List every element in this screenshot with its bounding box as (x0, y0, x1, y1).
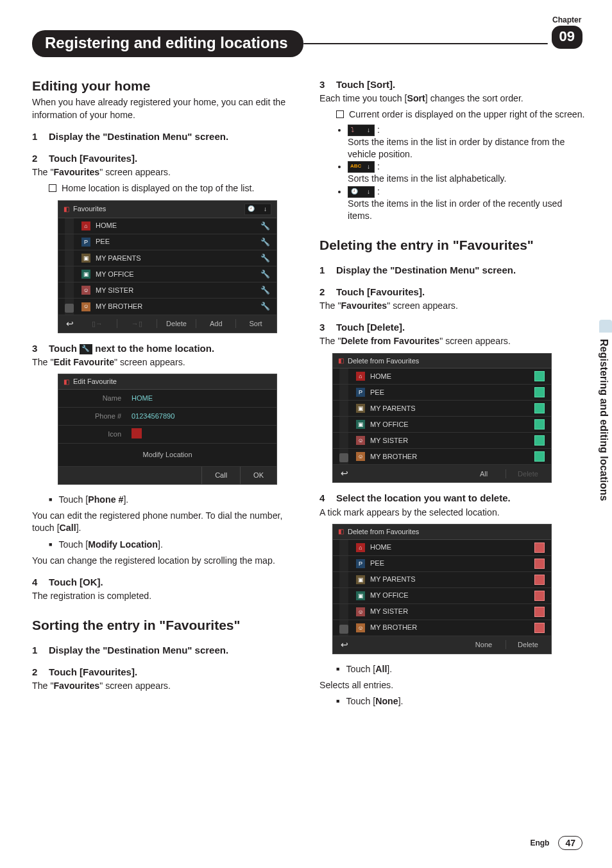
sort-step-3: 3Touch [Sort]. (319, 78, 586, 91)
add-button[interactable]: Add (199, 318, 233, 330)
poi-icon: ▣ (81, 254, 90, 263)
scroll-thumb[interactable] (339, 453, 348, 462)
sort-fav-appears: The "Favourites" screen appears. (32, 680, 299, 692)
wrench-icon[interactable]: 🔧 (260, 221, 270, 231)
scroll-thumb[interactable] (65, 304, 74, 313)
checkbox-icon[interactable] (534, 435, 545, 446)
scroll-thumb[interactable] (339, 625, 348, 634)
home-icon (132, 428, 142, 438)
checkbox-icon[interactable] (534, 607, 545, 617)
checkbox-icon[interactable] (534, 419, 545, 430)
wrench-icon[interactable]: 🔧 (260, 253, 270, 263)
checkbox-icon[interactable] (534, 623, 545, 633)
list-item[interactable]: ▣MY PARENTS (333, 572, 551, 588)
poi-icon: ☺ (356, 607, 365, 616)
all-button[interactable]: All (464, 468, 503, 480)
ok-button[interactable]: OK (240, 467, 276, 484)
field-icon[interactable]: Icon (58, 426, 276, 444)
favourites-appears: The "Favourites" screen appears. (32, 166, 299, 178)
home-icon: ⌂ (81, 221, 90, 230)
back-button[interactable]: ↩ (337, 639, 352, 651)
checkbox-icon[interactable] (534, 542, 545, 553)
screenshot-delete-favourites-1: ◧ Delete from Favourites ⌂HOME PPEE ▣MY … (332, 353, 552, 483)
window-icon: ◧ (64, 378, 69, 386)
phone-desc: You can edit the registered phone number… (32, 510, 299, 534)
sort-option-distance: : Sorts the items in the list in order b… (348, 124, 586, 161)
list-item[interactable]: ☺MY BROTHER (333, 620, 551, 636)
sort-option-abc: : Sorts the items in the list alphabetic… (348, 161, 586, 185)
right-column: 3Touch [Sort]. Each time you touch [Sort… (319, 69, 586, 711)
route-button[interactable]: →▯ (120, 318, 154, 330)
wrench-icon (80, 344, 92, 354)
delete-button[interactable]: Delete (509, 468, 547, 480)
wrench-icon[interactable]: 🔧 (260, 269, 270, 279)
list-item[interactable]: PPEE (333, 385, 551, 401)
checkbox-icon[interactable] (534, 371, 545, 381)
home-icon: ⌂ (356, 543, 365, 552)
back-button[interactable]: ↩ (337, 467, 352, 480)
list-item[interactable]: PPEE🔧 (58, 234, 276, 250)
back-button[interactable]: ↩ (62, 318, 78, 330)
list-item[interactable]: ☺MY SISTER🔧 (58, 282, 276, 299)
del-step-4: 4Select the location you want to delete. (319, 492, 586, 505)
list-item[interactable]: ▣MY PARENTS (333, 401, 551, 417)
delete-button[interactable]: Delete (160, 318, 194, 330)
field-phone[interactable]: Phone #01234567890 (58, 408, 276, 426)
list-item[interactable]: ⌂HOME (333, 540, 551, 556)
checkbox-icon[interactable] (534, 403, 545, 413)
sort-distance-icon (348, 125, 375, 136)
del-fav-appears: The "Favourites" screen appears. (319, 300, 586, 312)
poi-icon: P (356, 388, 365, 397)
poi-icon: ▣ (356, 420, 365, 429)
delete-button[interactable]: Delete (509, 639, 547, 651)
checkbox-icon[interactable] (534, 387, 545, 397)
heading-deleting: Deleting the entry in "Favourites" (319, 236, 586, 254)
checkbox-icon[interactable] (534, 591, 545, 601)
note-home-top: Home location is displayed on the top of… (49, 182, 299, 195)
sort-step-1: 1Display the "Destination Menu" screen. (32, 644, 299, 657)
step-2: 2Touch [Favourites]. (32, 152, 299, 165)
sort-option-recent: : Sorts the items in the list in order o… (348, 186, 586, 223)
none-button[interactable]: None (464, 639, 503, 651)
list-item[interactable]: ▣MY OFFICE (333, 588, 551, 604)
checkbox-icon[interactable] (534, 559, 545, 569)
poi-icon: ▣ (356, 575, 365, 584)
page-title: Registering and editing locations (32, 30, 303, 57)
page-title-row: Registering and editing locations (32, 31, 586, 56)
sort-step-2: 2Touch [Favourites]. (32, 666, 299, 679)
modify-location-button[interactable]: Modify Location (58, 444, 276, 467)
sort-button[interactable]: Sort (239, 318, 273, 330)
checkbox-icon[interactable] (534, 451, 545, 462)
poi-icon: ▣ (81, 270, 90, 279)
list-item[interactable]: ⌂HOME (333, 369, 551, 385)
checkbox-icon[interactable] (534, 575, 545, 585)
bullet-none: Touch [None]. (336, 695, 586, 707)
tick-desc: A tick mark appears by the selected loca… (319, 507, 586, 519)
list-item[interactable]: ☺MY SISTER (333, 604, 551, 620)
wrench-icon[interactable]: 🔧 (260, 237, 270, 247)
all-desc: Selects all entries. (319, 679, 586, 691)
window-icon: ◧ (338, 356, 344, 365)
sort-abc-icon (348, 161, 375, 173)
heading-editing-home: Editing your home (32, 77, 299, 95)
del-step-2: 2Touch [Favourites]. (319, 286, 586, 299)
list-item[interactable]: ▣MY OFFICE🔧 (58, 266, 276, 282)
left-column: Editing your home When you have already … (32, 69, 299, 711)
del-screen-appears: The "Delete from Favourites" screen appe… (319, 335, 586, 347)
ui-title: Favourites (73, 204, 106, 214)
del-step-1: 1Display the "Destination Menu" screen. (319, 264, 586, 277)
list-item[interactable]: ▣MY PARENTS🔧 (58, 250, 276, 266)
list-item[interactable]: ☺MY SISTER (333, 433, 551, 449)
wrench-icon[interactable]: 🔧 (260, 285, 270, 295)
reg-complete: The registration is completed. (32, 590, 299, 602)
field-name[interactable]: NameHOME (58, 390, 276, 408)
call-button[interactable]: Call (201, 467, 240, 484)
list-item[interactable]: PPEE (333, 556, 551, 572)
list-item[interactable]: ▣MY OFFICE (333, 417, 551, 433)
list-item[interactable]: ☺MY BROTHER (333, 449, 551, 465)
list-item[interactable]: ☺MY BROTHER🔧 (58, 299, 276, 315)
wrench-icon[interactable]: 🔧 (260, 301, 270, 311)
list-item[interactable]: ⌂HOME🔧 (58, 218, 276, 234)
poi-icon: ☺ (356, 623, 365, 632)
route-button[interactable]: ▯→ (80, 318, 114, 330)
